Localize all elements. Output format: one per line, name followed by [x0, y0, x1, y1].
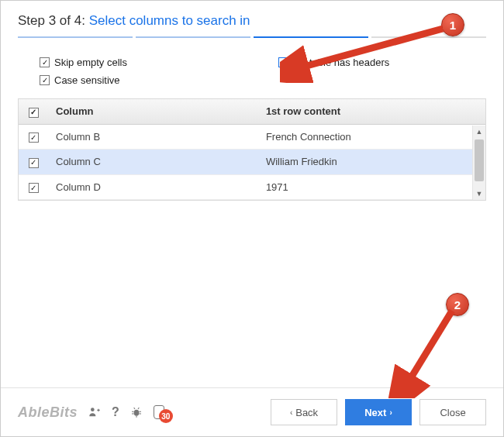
next-button[interactable]: Next › [345, 399, 412, 425]
next-button-label: Next [364, 407, 386, 418]
progress-bar [18, 36, 486, 38]
svg-point-0 [91, 408, 95, 411]
close-button[interactable]: Close [419, 399, 486, 425]
footer-left: AbleBits ? 30 [18, 404, 263, 421]
row-checkbox[interactable]: ✓ [29, 158, 39, 168]
back-button-label: Back [295, 407, 318, 418]
header-first-row[interactable]: 1st row content [258, 99, 485, 124]
chevron-right-icon: › [389, 408, 392, 417]
options-left-col: ✓ Skip empty cells ✓ Case sensitive [40, 57, 247, 92]
step-prefix: Step 3 of 4: [18, 13, 85, 28]
label-has-headers: My table has headers [293, 57, 389, 68]
table-header-row: ✓ Column 1st row content [19, 99, 485, 124]
row-col-name: Column C [48, 150, 258, 175]
columns-table-wrap: ✓ Column 1st row content ✓ Column B Fren… [18, 98, 486, 201]
scroll-up-icon[interactable]: ▲ [473, 126, 485, 138]
scroll-thumb[interactable] [475, 139, 484, 181]
table-scrollbar[interactable]: ▲ ▼ [472, 126, 485, 200]
back-button[interactable]: ‹ Back [271, 399, 337, 425]
close-button-label: Close [440, 407, 465, 418]
header-column[interactable]: Column [48, 99, 258, 124]
brand-logo: AbleBits [18, 404, 78, 421]
row-checkbox[interactable]: ✓ [29, 183, 39, 193]
option-skip-empty[interactable]: ✓ Skip empty cells [40, 57, 247, 68]
dialog-content: Step 3 of 4: Select columns to search in… [1, 1, 503, 201]
dialog-frame: Step 3 of 4: Select columns to search in… [0, 0, 504, 437]
option-has-headers[interactable]: My table has headers [278, 57, 486, 68]
row-first-content: William Friedkin [258, 150, 485, 175]
annotation-marker-1: 1 [441, 13, 464, 36]
scroll-down-icon[interactable]: ▼ [473, 188, 485, 200]
options-right-col: My table has headers [278, 57, 486, 92]
row-first-content: French Connection [258, 124, 485, 150]
label-skip-empty: Skip empty cells [54, 57, 127, 68]
options-row: ✓ Skip empty cells ✓ Case sensitive My t… [18, 57, 486, 92]
annotation-marker-2: 2 [446, 293, 469, 316]
header-select-all[interactable]: ✓ [19, 99, 48, 124]
row-col-name: Column B [48, 124, 258, 150]
table-row[interactable]: ✓ Column B French Connection [19, 124, 485, 150]
progress-seg-1 [18, 36, 133, 38]
checkbox-has-headers[interactable] [278, 57, 288, 67]
svg-line-3 [406, 311, 452, 387]
checkbox-skip-empty[interactable]: ✓ [40, 57, 50, 67]
contact-icon[interactable] [88, 406, 101, 418]
row-col-name: Column D [48, 174, 258, 200]
counter-badge: 30 [159, 409, 173, 423]
progress-seg-4 [371, 36, 486, 38]
table-row[interactable]: ✓ Column C William Friedkin [19, 150, 485, 175]
checkbox-case-sensitive[interactable]: ✓ [40, 75, 50, 85]
step-title-link[interactable]: Select columns to search in [89, 13, 250, 28]
step-heading: Step 3 of 4: Select columns to search in [18, 13, 486, 29]
table-row[interactable]: ✓ Column D 1971 [19, 174, 485, 200]
progress-seg-3 [254, 36, 368, 38]
bug-icon[interactable] [130, 406, 143, 418]
progress-seg-2 [136, 36, 250, 38]
license-counter[interactable]: 30 [154, 405, 164, 419]
svg-point-1 [133, 410, 139, 416]
row-checkbox[interactable]: ✓ [29, 132, 39, 143]
checkbox-select-all[interactable]: ✓ [29, 108, 39, 118]
row-first-content: 1971 [258, 174, 485, 200]
chevron-left-icon: ‹ [290, 408, 292, 417]
columns-table: ✓ Column 1st row content ✓ Column B Fren… [19, 99, 485, 200]
label-case-sensitive: Case sensitive [54, 74, 120, 86]
annotation-arrow-2 [388, 301, 474, 398]
option-case-sensitive[interactable]: ✓ Case sensitive [40, 74, 247, 86]
dialog-footer: AbleBits ? 30 ‹ Back Next › Close [1, 387, 503, 436]
help-icon[interactable]: ? [112, 405, 119, 419]
